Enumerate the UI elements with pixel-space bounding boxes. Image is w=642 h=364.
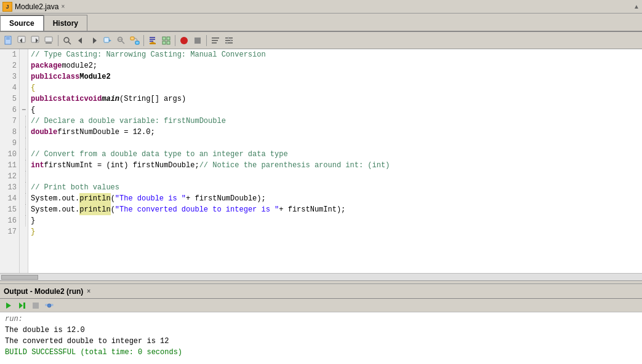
svg-rect-27 [167,41,170,44]
svg-rect-21 [150,39,155,40]
toggle-bookmarks-button[interactable] [2,34,15,47]
svg-rect-25 [167,37,170,40]
output-step-button[interactable] [16,299,28,312]
fold-5 [20,93,28,105]
line-num-17: 17 [0,226,19,237]
output-debug-button[interactable] [43,299,55,312]
svg-rect-42 [33,303,39,309]
line-num-14: 14 [0,193,19,204]
h-scroll-thumb[interactable] [1,275,38,280]
next-edit-button[interactable] [30,34,42,47]
svg-rect-26 [163,41,166,44]
options-button[interactable] [223,34,235,47]
output-stop-button[interactable] [30,299,42,312]
svg-rect-1 [6,38,10,38]
svg-rect-18 [130,37,134,40]
fold-line-12 [25,171,26,182]
search-button[interactable] [61,34,73,47]
svg-rect-19 [135,41,139,44]
svg-rect-8 [46,42,52,44]
code-line-11: int firstNumInt = (int) firstNumDouble; … [31,160,642,171]
editor-area: 1 2 3 4 5 6 7 8 9 10 11 12 13 14 15 16 1… [0,49,642,280]
tab-history[interactable]: History [44,15,87,31]
tab-source[interactable]: Source [0,15,44,31]
svg-rect-2 [6,39,10,39]
output-title-bar: Output - Module2 (run) × [0,284,642,299]
line-num-11: 11 [0,160,19,171]
svg-rect-30 [212,38,219,39]
horizontal-scrollbar[interactable] [0,273,642,280]
fold-line-10 [25,149,26,160]
scroll-up-icon[interactable]: ▲ [633,3,640,10]
format-button[interactable] [209,34,222,47]
title-close-button[interactable]: × [61,3,65,10]
fold-6[interactable]: − [20,105,28,116]
svg-rect-22 [150,41,153,42]
toolbar [0,32,642,49]
svg-rect-0 [5,36,11,44]
svg-rect-34 [225,40,233,41]
line-num-12: 12 [0,171,19,182]
tab-bar: Source History [0,14,642,32]
line-num-6: 6 [0,105,19,116]
svg-point-44 [47,304,51,307]
output-content: run: The double is 12.0 The converted do… [0,312,642,364]
fold-line-9 [25,138,26,149]
code-line-5: public static void main(String[] args) [31,93,642,105]
fold-line-15 [25,204,26,215]
code-line-9 [31,138,642,149]
svg-line-10 [68,42,71,44]
fold-line-14 [25,193,26,204]
svg-rect-38 [227,42,228,44]
code-line-7: // Declare a double variable: firstNumDo… [31,116,642,127]
separator-2 [143,35,144,46]
svg-rect-24 [163,37,166,40]
back-button[interactable] [74,34,87,47]
output-run-button[interactable] [2,299,15,312]
output-line-2: The converted double to integer is 12 [5,336,637,347]
run-button[interactable] [178,34,190,47]
expand-button[interactable] [160,34,172,47]
replace-button[interactable] [129,34,141,47]
svg-marker-39 [6,303,11,309]
search2-button[interactable] [115,34,127,47]
svg-rect-29 [195,38,201,44]
line-numbers: 1 2 3 4 5 6 7 8 9 10 11 12 13 14 15 16 1… [0,49,20,273]
h-scroll-track[interactable] [1,275,641,280]
code-line-10: // Convert from a double data type to an… [31,149,642,160]
line-num-7: 7 [0,116,19,127]
svg-marker-40 [19,303,23,309]
svg-rect-13 [104,38,109,42]
svg-point-28 [180,37,188,44]
bookmarks-button[interactable] [146,34,159,47]
code-line-14: System.out.println("The double is " + fi… [31,193,642,204]
line-num-9: 9 [0,138,19,149]
svg-marker-14 [109,39,111,42]
stop-button[interactable] [191,34,204,47]
forward-button[interactable] [88,34,100,47]
code-area[interactable]: // Type Casting: Narrowing Casting: Manu… [28,49,642,273]
fold-line-11 [25,160,26,171]
svg-marker-12 [93,38,97,44]
svg-rect-35 [225,42,233,44]
file-icon: J [2,2,12,12]
svg-rect-31 [212,40,218,41]
fold-1 [20,49,28,60]
svg-rect-36 [228,37,229,39]
svg-rect-32 [212,42,217,44]
fold-gutter: − [20,49,28,273]
prev-edit-button[interactable] [16,34,28,47]
last-edit-button[interactable] [43,34,55,47]
output-panel: Output - Module2 (run) × run: The double… [0,284,642,364]
output-close-button[interactable]: × [87,288,90,295]
file-name: Module2.java [15,2,58,11]
fold-17 [20,226,28,237]
fold-line-7 [25,116,26,127]
line-num-15: 15 [0,204,19,215]
line-num-1: 1 [0,49,19,60]
code-line-2: package module2; [31,60,642,71]
code-line-12 [31,171,642,182]
output-line-run: run: [5,314,637,325]
code-line-1: // Type Casting: Narrowing Casting: Manu… [31,49,642,60]
jump-button[interactable] [102,34,114,47]
